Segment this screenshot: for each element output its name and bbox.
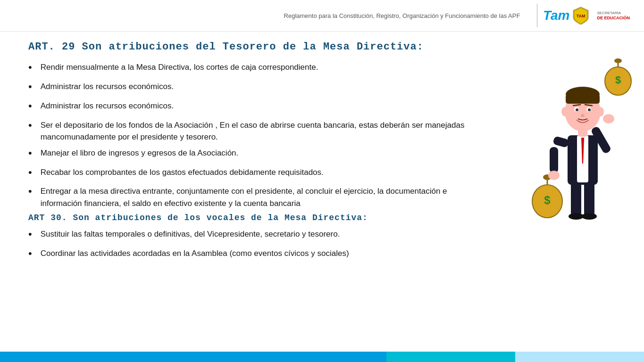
svg-point-12 bbox=[582, 213, 597, 220]
bullet-icon: • bbox=[28, 246, 32, 261]
state-shield-icon: TAM bbox=[571, 6, 590, 25]
list-item: • Coordinar las actividades acordadas en… bbox=[28, 247, 616, 261]
svg-text:TAM: TAM bbox=[577, 14, 585, 18]
art29-heading: ART. 29 Son atribuciones del Tesorero de… bbox=[28, 41, 616, 53]
svg-point-11 bbox=[569, 213, 584, 220]
bullet-icon: • bbox=[28, 99, 32, 114]
svg-text:$: $ bbox=[615, 74, 621, 86]
svg-point-28 bbox=[588, 108, 591, 111]
svg-point-20 bbox=[603, 114, 614, 123]
svg-point-4 bbox=[614, 58, 622, 63]
bullet-icon: • bbox=[28, 60, 32, 75]
bullet-icon: • bbox=[28, 118, 32, 133]
svg-rect-10 bbox=[584, 182, 594, 215]
bottom-bar bbox=[0, 352, 644, 362]
svg-rect-16 bbox=[552, 136, 569, 148]
bullet-text: Manejar el libro de ingresos y egresos d… bbox=[41, 147, 239, 159]
bottom-bar-blue bbox=[0, 352, 386, 362]
bottom-bar-light bbox=[515, 352, 644, 362]
character-illustration: $ $ bbox=[526, 55, 635, 234]
tam-text: Tam bbox=[543, 9, 570, 22]
bullet-text: Ser el depositario de los fondos de la A… bbox=[41, 119, 484, 143]
bullet-text: Administrar los recursos económicos. bbox=[41, 100, 174, 112]
svg-point-27 bbox=[576, 108, 578, 111]
bullet-icon: • bbox=[28, 79, 32, 94]
bullet-text: Sustituir las faltas temporales o defini… bbox=[41, 228, 340, 240]
header: Reglamento para la Constitución, Registr… bbox=[0, 0, 644, 32]
bullet-text: Rendir mensualmente a la Mesa Directiva,… bbox=[41, 61, 318, 74]
bullet-text: Recabar los comprobantes de los gastos e… bbox=[41, 166, 324, 179]
svg-point-31 bbox=[581, 114, 585, 117]
svg-point-32 bbox=[561, 107, 568, 116]
bullet-icon: • bbox=[28, 165, 32, 180]
bullet-icon: • bbox=[28, 146, 32, 161]
main-content: ART. 29 Son atribuciones del Tesorero de… bbox=[0, 32, 644, 276]
character-svg: $ $ bbox=[526, 55, 635, 234]
svg-rect-24 bbox=[566, 94, 600, 104]
bullet-icon: • bbox=[28, 184, 32, 199]
bullet-icon: • bbox=[28, 227, 32, 242]
sep-line2: DE EDUCACIÓN bbox=[597, 16, 630, 20]
logo-area: Tam TAM SECRETARÍA DE EDUCACIÓN bbox=[543, 6, 630, 25]
tam-logo: Tam TAM bbox=[543, 6, 591, 25]
header-divider bbox=[537, 4, 537, 27]
svg-point-33 bbox=[597, 107, 604, 116]
svg-text:$: $ bbox=[544, 194, 551, 206]
bottom-bar-teal bbox=[386, 352, 515, 362]
svg-rect-17 bbox=[550, 147, 558, 173]
bullet-text: Coordinar las actividades acordadas en l… bbox=[41, 247, 349, 260]
sep-line1: SECRETARÍA bbox=[597, 11, 621, 16]
header-title: Reglamento para la Constitución, Registr… bbox=[273, 12, 531, 19]
bullet-text: Entregar a la mesa directiva entrante, c… bbox=[41, 185, 484, 209]
sep-logo: SECRETARÍA DE EDUCACIÓN bbox=[597, 11, 630, 20]
svg-point-18 bbox=[548, 171, 560, 180]
bullet-text: Administrar los recursos económicos. bbox=[41, 81, 174, 93]
svg-rect-9 bbox=[571, 182, 581, 215]
